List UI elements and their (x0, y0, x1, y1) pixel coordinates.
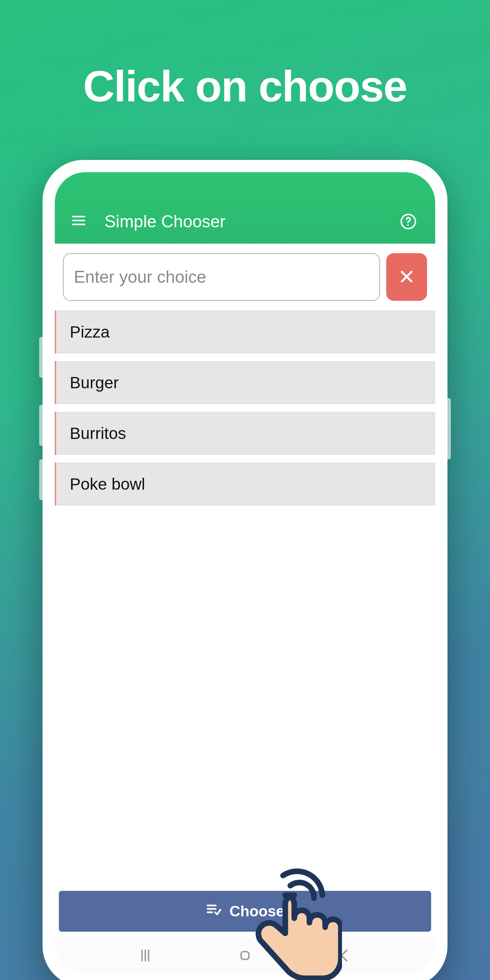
playlist-check-icon (205, 901, 222, 921)
nav-home-button[interactable] (224, 948, 266, 965)
choice-list[interactable]: Pizza Burger Burritos Poke bowl (55, 307, 435, 891)
promo-headline: Click on choose (0, 61, 490, 111)
help-icon (400, 213, 417, 231)
app-title: Simple Chooser (105, 212, 226, 231)
menu-button[interactable] (68, 211, 89, 231)
back-icon (337, 948, 353, 965)
close-icon (398, 269, 415, 286)
list-item[interactable]: Poke bowl (55, 463, 435, 506)
choose-button[interactable]: Choose (59, 891, 431, 932)
choice-input[interactable] (63, 253, 380, 301)
nav-back-button[interactable] (324, 948, 365, 965)
input-row (55, 243, 435, 307)
device-screen: Simple Chooser (55, 172, 435, 975)
home-icon (237, 948, 253, 965)
help-button[interactable] (399, 213, 417, 231)
list-item[interactable]: Burritos (55, 412, 435, 455)
app-bar: Simple Chooser (55, 172, 435, 243)
clear-button[interactable] (386, 253, 427, 301)
hamburger-icon (71, 213, 86, 230)
svg-point-4 (407, 224, 409, 226)
list-item[interactable]: Burger (55, 361, 435, 404)
nav-recents-button[interactable] (125, 948, 166, 965)
recents-icon (137, 948, 153, 965)
device-frame: Simple Chooser (43, 160, 447, 980)
svg-rect-13 (241, 951, 249, 959)
list-item[interactable]: Pizza (55, 310, 435, 353)
choose-button-label: Choose (229, 903, 284, 920)
android-nav-bar (55, 937, 435, 975)
